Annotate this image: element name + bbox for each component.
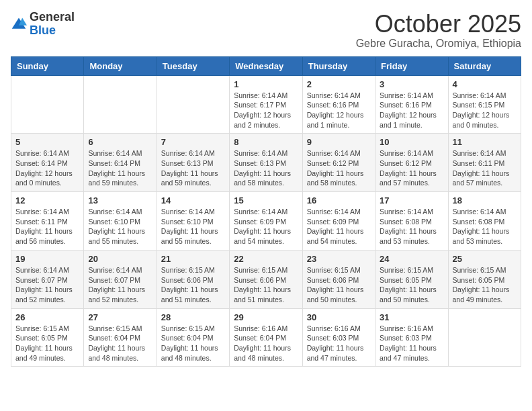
calendar-cell: 22Sunrise: 6:15 AM Sunset: 6:06 PM Dayli… <box>230 250 302 308</box>
calendar-header-row: SundayMondayTuesdayWednesdayThursdayFrid… <box>11 56 521 75</box>
calendar-cell: 3Sunrise: 6:14 AM Sunset: 6:16 PM Daylig… <box>375 75 448 134</box>
calendar-cell: 16Sunrise: 6:14 AM Sunset: 6:09 PM Dayli… <box>302 192 375 250</box>
page-header: General Blue October 2025 Gebre Guracha,… <box>11 11 521 50</box>
day-info: Sunrise: 6:14 AM Sunset: 6:16 PM Dayligh… <box>307 91 371 130</box>
calendar-day-header: Tuesday <box>157 56 229 75</box>
day-number: 10 <box>380 137 443 147</box>
day-info: Sunrise: 6:14 AM Sunset: 6:07 PM Dayligh… <box>15 265 79 305</box>
calendar-cell: 29Sunrise: 6:16 AM Sunset: 6:04 PM Dayli… <box>230 308 302 367</box>
day-number: 2 <box>307 79 371 89</box>
calendar-cell: 1Sunrise: 6:14 AM Sunset: 6:17 PM Daylig… <box>230 75 302 134</box>
day-info: Sunrise: 6:14 AM Sunset: 6:09 PM Dayligh… <box>234 207 298 246</box>
day-number: 22 <box>234 254 298 264</box>
day-info: Sunrise: 6:15 AM Sunset: 6:05 PM Dayligh… <box>15 324 79 363</box>
calendar-table: SundayMondayTuesdayWednesdayThursdayFrid… <box>11 56 521 367</box>
day-info: Sunrise: 6:14 AM Sunset: 6:16 PM Dayligh… <box>380 91 443 130</box>
day-info: Sunrise: 6:14 AM Sunset: 6:10 PM Dayligh… <box>88 207 152 246</box>
day-info: Sunrise: 6:14 AM Sunset: 6:09 PM Dayligh… <box>307 207 371 246</box>
day-info: Sunrise: 6:15 AM Sunset: 6:05 PM Dayligh… <box>380 265 443 305</box>
location-title: Gebre Guracha, Oromiya, Ethiopia <box>356 38 521 50</box>
day-info: Sunrise: 6:14 AM Sunset: 6:13 PM Dayligh… <box>161 148 225 188</box>
calendar-cell: 17Sunrise: 6:14 AM Sunset: 6:08 PM Dayli… <box>375 192 448 250</box>
calendar-cell: 7Sunrise: 6:14 AM Sunset: 6:13 PM Daylig… <box>157 134 229 192</box>
calendar-cell: 30Sunrise: 6:16 AM Sunset: 6:03 PM Dayli… <box>302 308 375 367</box>
day-number: 23 <box>307 254 371 264</box>
day-info: Sunrise: 6:15 AM Sunset: 6:04 PM Dayligh… <box>88 324 152 363</box>
calendar-week-row: 12Sunrise: 6:14 AM Sunset: 6:11 PM Dayli… <box>11 192 521 250</box>
day-number: 20 <box>88 254 152 264</box>
logo-icon <box>11 16 27 32</box>
calendar-cell: 5Sunrise: 6:14 AM Sunset: 6:14 PM Daylig… <box>11 134 84 192</box>
calendar-cell: 6Sunrise: 6:14 AM Sunset: 6:14 PM Daylig… <box>84 134 157 192</box>
day-number: 17 <box>380 195 443 205</box>
day-number: 7 <box>161 137 225 147</box>
day-info: Sunrise: 6:16 AM Sunset: 6:04 PM Dayligh… <box>234 324 298 363</box>
day-info: Sunrise: 6:14 AM Sunset: 6:17 PM Dayligh… <box>234 91 298 130</box>
day-info: Sunrise: 6:15 AM Sunset: 6:06 PM Dayligh… <box>234 265 298 305</box>
day-number: 18 <box>453 195 517 205</box>
logo-blue: Blue <box>30 24 75 38</box>
calendar-cell: 14Sunrise: 6:14 AM Sunset: 6:10 PM Dayli… <box>157 192 229 250</box>
day-number: 14 <box>161 195 225 205</box>
calendar-week-row: 5Sunrise: 6:14 AM Sunset: 6:14 PM Daylig… <box>11 134 521 192</box>
calendar-cell: 23Sunrise: 6:15 AM Sunset: 6:06 PM Dayli… <box>302 250 375 308</box>
day-number: 16 <box>307 195 371 205</box>
calendar-cell: 15Sunrise: 6:14 AM Sunset: 6:09 PM Dayli… <box>230 192 302 250</box>
calendar-day-header: Sunday <box>11 56 84 75</box>
calendar-cell <box>157 75 229 134</box>
calendar-cell: 18Sunrise: 6:14 AM Sunset: 6:08 PM Dayli… <box>448 192 521 250</box>
day-number: 6 <box>88 137 152 147</box>
day-number: 8 <box>234 137 298 147</box>
day-info: Sunrise: 6:14 AM Sunset: 6:11 PM Dayligh… <box>15 207 79 246</box>
calendar-cell: 28Sunrise: 6:15 AM Sunset: 6:04 PM Dayli… <box>157 308 229 367</box>
day-number: 21 <box>161 254 225 264</box>
day-number: 29 <box>234 312 298 322</box>
day-number: 3 <box>380 79 443 89</box>
calendar-cell: 20Sunrise: 6:14 AM Sunset: 6:07 PM Dayli… <box>84 250 157 308</box>
calendar-day-header: Wednesday <box>230 56 302 75</box>
day-number: 27 <box>88 312 152 322</box>
calendar-week-row: 26Sunrise: 6:15 AM Sunset: 6:05 PM Dayli… <box>11 308 521 367</box>
calendar-cell: 2Sunrise: 6:14 AM Sunset: 6:16 PM Daylig… <box>302 75 375 134</box>
calendar-cell: 11Sunrise: 6:14 AM Sunset: 6:11 PM Dayli… <box>448 134 521 192</box>
title-section: October 2025 Gebre Guracha, Oromiya, Eth… <box>356 11 521 50</box>
day-info: Sunrise: 6:14 AM Sunset: 6:12 PM Dayligh… <box>307 148 371 188</box>
day-number: 13 <box>88 195 152 205</box>
day-number: 28 <box>161 312 225 322</box>
calendar-cell: 24Sunrise: 6:15 AM Sunset: 6:05 PM Dayli… <box>375 250 448 308</box>
day-info: Sunrise: 6:15 AM Sunset: 6:06 PM Dayligh… <box>161 265 225 305</box>
day-number: 31 <box>380 312 443 322</box>
calendar-cell: 10Sunrise: 6:14 AM Sunset: 6:12 PM Dayli… <box>375 134 448 192</box>
day-number: 15 <box>234 195 298 205</box>
day-info: Sunrise: 6:14 AM Sunset: 6:13 PM Dayligh… <box>234 148 298 188</box>
day-number: 12 <box>15 195 79 205</box>
day-info: Sunrise: 6:14 AM Sunset: 6:14 PM Dayligh… <box>88 148 152 188</box>
day-info: Sunrise: 6:14 AM Sunset: 6:14 PM Dayligh… <box>15 148 79 188</box>
calendar-cell: 31Sunrise: 6:16 AM Sunset: 6:03 PM Dayli… <box>375 308 448 367</box>
day-number: 26 <box>15 312 79 322</box>
day-info: Sunrise: 6:16 AM Sunset: 6:03 PM Dayligh… <box>307 324 371 363</box>
day-info: Sunrise: 6:15 AM Sunset: 6:04 PM Dayligh… <box>161 324 225 363</box>
day-info: Sunrise: 6:14 AM Sunset: 6:10 PM Dayligh… <box>161 207 225 246</box>
logo: General Blue <box>11 11 75 38</box>
calendar-cell: 9Sunrise: 6:14 AM Sunset: 6:12 PM Daylig… <box>302 134 375 192</box>
calendar-cell: 21Sunrise: 6:15 AM Sunset: 6:06 PM Dayli… <box>157 250 229 308</box>
calendar-cell: 26Sunrise: 6:15 AM Sunset: 6:05 PM Dayli… <box>11 308 84 367</box>
day-info: Sunrise: 6:14 AM Sunset: 6:08 PM Dayligh… <box>380 207 443 246</box>
calendar-week-row: 1Sunrise: 6:14 AM Sunset: 6:17 PM Daylig… <box>11 75 521 134</box>
day-info: Sunrise: 6:15 AM Sunset: 6:05 PM Dayligh… <box>453 265 517 305</box>
day-info: Sunrise: 6:14 AM Sunset: 6:07 PM Dayligh… <box>88 265 152 305</box>
calendar-cell <box>448 308 521 367</box>
day-info: Sunrise: 6:15 AM Sunset: 6:06 PM Dayligh… <box>307 265 371 305</box>
day-number: 19 <box>15 254 79 264</box>
calendar-day-header: Monday <box>84 56 157 75</box>
day-number: 5 <box>15 137 79 147</box>
day-info: Sunrise: 6:14 AM Sunset: 6:08 PM Dayligh… <box>453 207 517 246</box>
calendar-cell: 8Sunrise: 6:14 AM Sunset: 6:13 PM Daylig… <box>230 134 302 192</box>
day-info: Sunrise: 6:14 AM Sunset: 6:12 PM Dayligh… <box>380 148 443 188</box>
day-number: 4 <box>453 79 517 89</box>
calendar-day-header: Saturday <box>448 56 521 75</box>
day-number: 25 <box>453 254 517 264</box>
calendar-cell: 12Sunrise: 6:14 AM Sunset: 6:11 PM Dayli… <box>11 192 84 250</box>
calendar-day-header: Friday <box>375 56 448 75</box>
